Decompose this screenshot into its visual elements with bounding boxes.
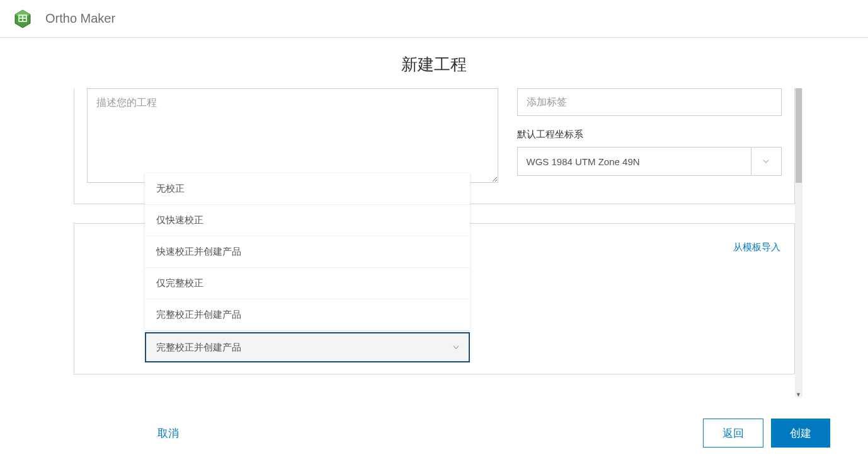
page-title: 新建工程 (0, 54, 868, 76)
processing-mode-dropdown: 无校正 仅快速校正 快速校正并创建产品 仅完整校正 完整校正并创建产品 (145, 173, 470, 330)
tags-input[interactable] (517, 88, 782, 116)
create-button[interactable]: 创建 (771, 419, 830, 448)
footer-actions: 取消 返回 创建 (0, 419, 868, 448)
chevron-down-icon (762, 157, 770, 166)
coord-system-value: WGS 1984 UTM Zone 49N (518, 148, 751, 175)
app-header: Ortho Maker (0, 0, 868, 38)
chevron-down-icon (452, 343, 460, 352)
dropdown-option[interactable]: 仅快速校正 (145, 205, 470, 236)
description-textarea[interactable] (87, 88, 498, 183)
import-from-template-link[interactable]: 从模板导入 (733, 241, 780, 253)
dropdown-option[interactable]: 完整校正并创建产品 (145, 299, 470, 330)
back-button[interactable]: 返回 (703, 419, 763, 448)
cancel-button[interactable]: 取消 (157, 426, 179, 441)
scrollbar[interactable]: ▲ ▼ (795, 88, 802, 397)
scroll-down-icon[interactable]: ▼ (795, 391, 802, 398)
coord-system-arrow-button[interactable] (751, 148, 781, 175)
app-logo-icon (13, 9, 33, 29)
app-title: Ortho Maker (45, 11, 115, 26)
dropdown-option[interactable]: 快速校正并创建产品 (145, 236, 470, 268)
dropdown-option[interactable]: 无校正 (145, 173, 470, 205)
dropdown-option[interactable]: 仅完整校正 (145, 268, 470, 299)
processing-mode-select[interactable]: 完整校正并创建产品 (145, 332, 470, 362)
coord-system-select[interactable]: WGS 1984 UTM Zone 49N (517, 147, 782, 176)
coord-system-label: 默认工程坐标系 (517, 129, 782, 141)
processing-mode-value: 完整校正并创建产品 (146, 342, 443, 354)
processing-mode-arrow[interactable] (443, 343, 469, 352)
scrollbar-thumb[interactable] (796, 88, 802, 183)
